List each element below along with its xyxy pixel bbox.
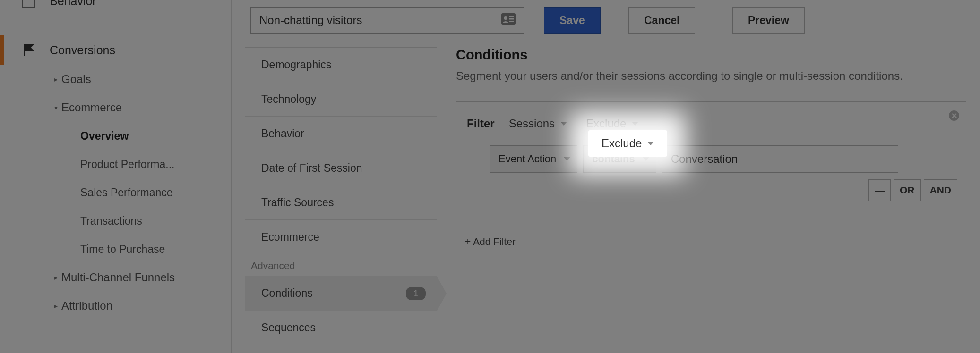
or-button[interactable]: OR [894, 179, 921, 201]
contact-card-icon [501, 13, 516, 27]
conditions-description: Segment your users and/or their sessions… [456, 69, 972, 83]
sidebar-item-product-performance[interactable]: Product Performa... [0, 150, 231, 178]
sidebar-item-label: Overview [80, 130, 129, 143]
segment-category-conditions[interactable]: Conditions 1 [245, 276, 437, 311]
sidebar-item-label: Product Performa... [80, 158, 174, 171]
sidebar-item-conversions[interactable]: Conversions [0, 35, 231, 65]
conditions-panel: Conditions Segment your users and/or the… [456, 47, 980, 253]
scope-dropdown[interactable]: Sessions [507, 114, 569, 133]
remove-filter-button[interactable]: ✕ [949, 110, 959, 121]
svg-rect-5 [509, 16, 514, 17]
condition-value-text: Conversation [671, 152, 738, 166]
include-exclude-dropdown-spotlight[interactable]: Exclude [588, 130, 667, 157]
sidebar-item-label: Conversions [50, 43, 115, 57]
include-exclude-value: Exclude [602, 137, 642, 150]
sidebar-item-label: Ecommerce [61, 101, 122, 114]
sidebar-item-ecommerce[interactable]: Ecommerce [0, 93, 231, 122]
filter-label: Filter [467, 117, 495, 130]
sidebar-item-label: Transactions [80, 215, 142, 227]
sidebar-item-attribution[interactable]: Attribution [0, 292, 231, 320]
sidebar-item-transactions[interactable]: Transactions [0, 207, 231, 235]
chevron-down-icon [564, 157, 570, 161]
segment-category-label: Behavior [261, 127, 304, 140]
segment-category-sequences[interactable]: Sequences [245, 311, 437, 345]
segment-category-date-of-first-session[interactable]: Date of First Session [245, 151, 437, 185]
dimension-label: Event Action [499, 153, 556, 165]
preview-button[interactable]: Preview [732, 7, 805, 34]
filter-row-condition: Event Action contains Conversation [490, 145, 957, 173]
sidebar-item-time-to-purchase[interactable]: Time to Purchase [0, 235, 231, 263]
segment-category-behavior[interactable]: Behavior [245, 117, 437, 151]
remove-condition-button[interactable]: — [868, 179, 891, 201]
segment-advanced-header: Advanced [245, 254, 437, 276]
conditions-count-badge: 1 [406, 287, 426, 300]
svg-rect-7 [509, 21, 514, 22]
segment-category-traffic-sources[interactable]: Traffic Sources [245, 185, 437, 220]
sidebar-item-label: Sales Performance [80, 186, 173, 199]
segment-category-label: Technology [261, 93, 316, 106]
segment-name-input[interactable]: Non-chatting visitors [250, 7, 524, 34]
sidebar-item-goals[interactable]: Goals [0, 65, 231, 93]
svg-rect-6 [509, 18, 514, 20]
segment-category-list: Demographics Technology Behavior Date of… [245, 47, 437, 345]
sidebar-item-label: Multi-Channel Funnels [61, 271, 175, 284]
segment-category-label: Ecommerce [261, 231, 319, 244]
chevron-down-icon [647, 142, 654, 145]
sidebar-item-overview[interactable]: Overview [0, 122, 231, 150]
condition-value-input[interactable]: Conversation [662, 145, 898, 173]
behavior-icon [21, 0, 35, 8]
sidebar-item-label: Attribution [61, 299, 112, 312]
segment-category-label: Conditions [261, 287, 313, 300]
sidebar-item-behavior[interactable]: Behavior [0, 0, 231, 16]
segment-category-label: Traffic Sources [261, 196, 334, 209]
segment-category-label: Sequences [261, 321, 316, 334]
condition-ops: — OR AND [467, 179, 957, 201]
svg-point-4 [504, 16, 507, 20]
left-nav: Behavior Conversions Goals Ecommerce Ove… [0, 0, 232, 353]
save-button[interactable]: Save [544, 7, 601, 34]
svg-rect-0 [22, 0, 34, 7]
sidebar-item-sales-performance[interactable]: Sales Performance [0, 178, 231, 207]
filter-row-scope: Filter Sessions Exclude [467, 112, 957, 135]
segment-category-label: Demographics [261, 59, 331, 71]
segment-category-technology[interactable]: Technology [245, 82, 437, 117]
sidebar-item-label: Time to Purchase [80, 243, 165, 256]
segment-builder-sidebar: Non-chatting visitors Demographics Techn… [250, 0, 439, 353]
segment-category-demographics[interactable]: Demographics [245, 48, 437, 82]
chevron-down-icon [643, 157, 649, 161]
dimension-dropdown[interactable]: Event Action [490, 145, 577, 173]
chevron-down-icon [632, 122, 638, 126]
sidebar-item-label: Goals [61, 73, 91, 86]
sidebar-item-label: Behavior [50, 0, 96, 8]
include-exclude-value: Exclude [586, 117, 626, 130]
chevron-down-icon [560, 122, 567, 126]
and-button[interactable]: AND [924, 179, 958, 201]
scope-value: Sessions [509, 117, 555, 130]
segment-category-ecommerce[interactable]: Ecommerce [245, 220, 437, 254]
conditions-title: Conditions [456, 47, 972, 63]
segment-name-value: Non-chatting visitors [259, 14, 362, 27]
segment-category-label: Date of First Session [261, 162, 362, 175]
add-filter-button[interactable]: + Add Filter [456, 230, 524, 253]
sidebar-item-multi-channel-funnels[interactable]: Multi-Channel Funnels [0, 263, 231, 292]
flag-icon [21, 43, 35, 57]
filter-box: ✕ Filter Sessions Exclude Event Action c… [456, 101, 966, 210]
cancel-button[interactable]: Cancel [628, 7, 695, 34]
